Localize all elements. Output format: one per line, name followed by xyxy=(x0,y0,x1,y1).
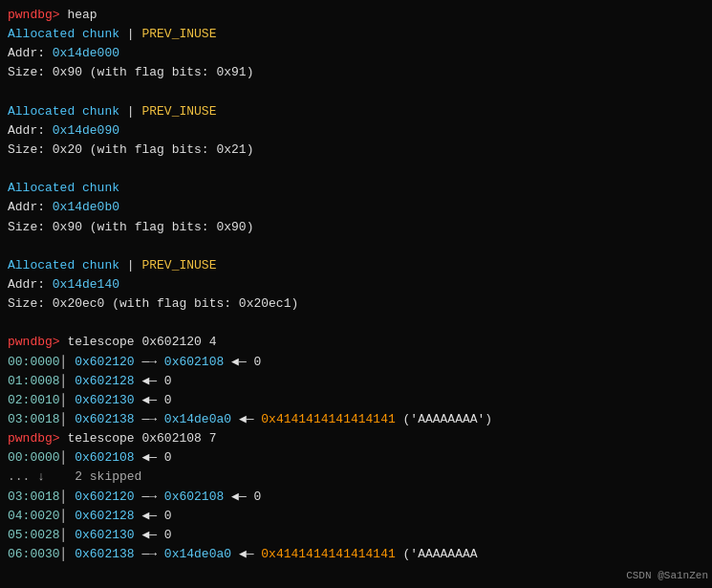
skipped-text: ... ↓ 2 skipped xyxy=(8,468,141,487)
tele2-addr0: 0x602108 xyxy=(75,448,134,468)
tele1-bar0: │ xyxy=(60,353,76,372)
size-val-4: 0x20ec0 (with flag bits: 0x20ec1) xyxy=(53,294,298,314)
tele2-row6: 06:0030│ 0x602138 —→ 0x14de0a0 ◀— 0x4141… xyxy=(8,545,704,564)
addr-val-2: 0x14de090 xyxy=(53,121,119,141)
blank-2 xyxy=(8,160,704,179)
tele2-row5: 05:0028│ 0x602130 ◀— 0 xyxy=(8,526,704,545)
pipe-2: | xyxy=(119,102,141,121)
tele2-addr5: 0x602130 xyxy=(75,526,134,545)
tele2-skipped: ... ↓ 2 skipped xyxy=(8,468,704,487)
chunk-header-4: Allocated chunk | PREV_INUSE xyxy=(8,256,704,275)
prompt-1: pwndbg> xyxy=(8,6,60,25)
tele2-row4: 04:0020│ 0x602128 ◀— 0 xyxy=(8,507,704,526)
size-label-2: Size: xyxy=(8,141,53,160)
tele1-val3a: 0x14de0a0 xyxy=(164,410,231,429)
addr-4: Addr: 0x14de140 xyxy=(8,275,704,294)
tele2-addr6: 0x602138 xyxy=(75,545,134,564)
addr-label-1: Addr: xyxy=(8,44,53,63)
tele1-str3: ('AAAAAAAA') xyxy=(396,410,492,429)
size-label-4: Size: xyxy=(8,294,53,314)
tele2-idx6: 06:0030 xyxy=(8,545,60,564)
addr-label-2: Addr: xyxy=(8,121,53,141)
flag-4: PREV_INUSE xyxy=(141,256,216,275)
flag-2: PREV_INUSE xyxy=(141,102,216,121)
size-val-1: 0x90 (with flag bits: 0x91) xyxy=(53,63,254,82)
addr-1: Addr: 0x14de000 xyxy=(8,44,704,63)
tele2-idx4: 04:0020 xyxy=(8,507,60,526)
size-val-3: 0x90 (with flag bits: 0x90) xyxy=(53,218,254,237)
tele1-arr0: —→ xyxy=(135,353,164,372)
tele2-str6: ('AAAAAAAA xyxy=(396,545,478,564)
tele1-idx2: 02:0010 xyxy=(8,391,60,410)
tele1-row2: 02:0010│ 0x602130 ◀— 0 xyxy=(8,391,704,410)
tele1-arr3: —→ xyxy=(135,410,164,429)
tele2-val6b: 0x4141414141414141 xyxy=(261,545,395,564)
tele2-addr4: 0x602128 xyxy=(75,507,134,526)
tele1-addr3: 0x602138 xyxy=(75,410,134,429)
addr-val-4: 0x14de140 xyxy=(53,275,119,294)
tele1-bar3: │ xyxy=(60,410,76,429)
addr-val-3: 0x14de0b0 xyxy=(53,198,119,217)
addr-2: Addr: 0x14de090 xyxy=(8,121,704,141)
prompt-2: pwndbg> xyxy=(8,333,60,352)
terminal: pwndbg> heap Allocated chunk | PREV_INUS… xyxy=(8,6,704,564)
blank-3 xyxy=(8,237,704,256)
chunk-label-1: Allocated chunk xyxy=(8,25,119,44)
chunk-label-4: Allocated chunk xyxy=(8,256,119,275)
tele2-idx0: 00:0000 xyxy=(8,448,60,468)
tele2-larr0: ◀— 0 xyxy=(135,448,172,468)
tele2-larr4: ◀— 0 xyxy=(135,507,172,526)
tele1-row1: 01:0008│ 0x602128 ◀— 0 xyxy=(8,372,704,391)
tele2-bar3: │ xyxy=(60,488,76,507)
tele1-idx3: 03:0018 xyxy=(8,410,60,429)
addr-val-1: 0x14de000 xyxy=(53,44,119,63)
tele2-arr6: —→ xyxy=(135,545,164,564)
tele2-idx3: 03:0018 xyxy=(8,488,60,507)
tele2-addr3: 0x602120 xyxy=(75,488,134,507)
tele2-row3: 03:0018│ 0x602120 —→ 0x602108 ◀— 0 xyxy=(8,488,704,507)
chunk-header-3: Allocated chunk xyxy=(8,179,704,198)
tele1-addr0: 0x602120 xyxy=(75,353,134,372)
tele1-bar2: │ xyxy=(60,391,76,410)
size-1: Size: 0x90 (with flag bits: 0x91) xyxy=(8,63,704,82)
size-val-2: 0x20 (with flag bits: 0x21) xyxy=(53,141,254,160)
tele1-larr1: ◀— 0 xyxy=(135,372,172,391)
size-2: Size: 0x20 (with flag bits: 0x21) xyxy=(8,141,704,160)
tele2-larr3: ◀— 0 xyxy=(224,488,261,507)
blank-4 xyxy=(8,314,704,333)
tele1-val0: 0x602108 xyxy=(164,353,224,372)
tele2-bar5: │ xyxy=(60,526,76,545)
cmd-2: telescope 0x602120 4 xyxy=(60,333,217,352)
cmd-1: heap xyxy=(60,6,97,25)
pipe-1: | xyxy=(119,25,141,44)
tele2-bar4: │ xyxy=(60,507,76,526)
tele1-row0: 00:0000│ 0x602120 —→ 0x602108 ◀— 0 xyxy=(8,353,704,372)
chunk-header-1: Allocated chunk | PREV_INUSE xyxy=(8,25,704,44)
tele1-row3: 03:0018│ 0x602138 —→ 0x14de0a0 ◀— 0x4141… xyxy=(8,410,704,429)
tele2-bar0: │ xyxy=(60,448,76,468)
addr-3: Addr: 0x14de0b0 xyxy=(8,198,704,217)
chunk-header-2: Allocated chunk | PREV_INUSE xyxy=(8,102,704,121)
tele2-bar6: │ xyxy=(60,545,76,564)
tele2-row0: 00:0000│ 0x602108 ◀— 0 xyxy=(8,448,704,468)
chunk-label-3: Allocated chunk xyxy=(8,179,119,198)
watermark: CSDN @Sa1nZen xyxy=(626,568,708,584)
cmd-3: telescope 0x602108 7 xyxy=(60,429,217,448)
size-label-3: Size: xyxy=(8,218,53,237)
cmd-heap: pwndbg> heap xyxy=(8,6,704,25)
tele1-idx1: 01:0008 xyxy=(8,372,60,391)
tele2-larr6: ◀— xyxy=(231,545,261,564)
prompt-3: pwndbg> xyxy=(8,429,60,448)
size-label-1: Size: xyxy=(8,63,53,82)
tele2-larr5: ◀— 0 xyxy=(135,526,172,545)
pipe-4: | xyxy=(119,256,141,275)
tele1-bar1: │ xyxy=(60,372,76,391)
cmd-telescope2: pwndbg> telescope 0x602108 7 xyxy=(8,429,704,448)
size-4: Size: 0x20ec0 (with flag bits: 0x20ec1) xyxy=(8,294,704,314)
size-3: Size: 0x90 (with flag bits: 0x90) xyxy=(8,218,704,237)
addr-label-4: Addr: xyxy=(8,275,53,294)
chunk-label-2: Allocated chunk xyxy=(8,102,119,121)
tele2-val6a: 0x14de0a0 xyxy=(164,545,231,564)
flag-1: PREV_INUSE xyxy=(141,25,216,44)
tele1-val3b: 0x4141414141414141 xyxy=(261,410,395,429)
